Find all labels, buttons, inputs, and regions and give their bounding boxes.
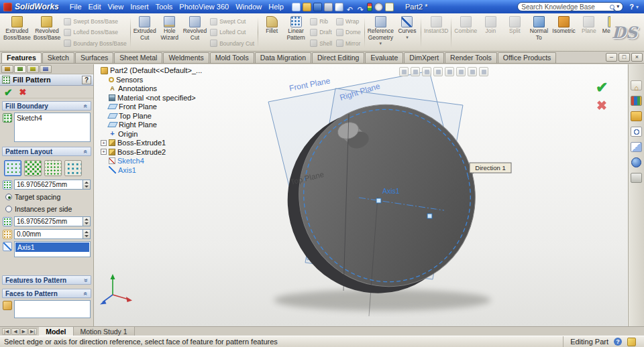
faces-to-pattern-listbox[interactable]	[14, 300, 91, 318]
tree-item-origin[interactable]: Origin	[101, 129, 202, 139]
nav-prev-button[interactable]: ◀	[11, 328, 19, 335]
tree-item-sensors[interactable]: Sensors	[101, 75, 202, 84]
view-palette-icon[interactable]	[631, 142, 642, 152]
menu-help[interactable]: Help	[265, 1, 287, 12]
property-manager-tab[interactable]	[14, 65, 26, 73]
margin-input[interactable]: 0.00mm	[14, 229, 91, 239]
new-document-icon[interactable]	[292, 3, 301, 11]
tab-office-products[interactable]: Office Products	[498, 52, 557, 63]
swept-cut-button[interactable]: Swept Cut	[210, 17, 254, 27]
collapse-chevron-icon[interactable]: «	[83, 104, 90, 108]
custom-properties-icon[interactable]	[631, 173, 642, 183]
menu-file[interactable]: File	[66, 1, 85, 12]
edit-appearance-icon[interactable]	[479, 67, 488, 76]
draft-button[interactable]: Draft	[310, 27, 332, 38]
menu-tools[interactable]: Tools	[152, 1, 176, 12]
redo-icon[interactable]	[356, 3, 365, 11]
tab-dimxpert[interactable]: DimXpert	[404, 52, 444, 63]
pattern-layout-header[interactable]: Pattern Layout «	[2, 147, 91, 156]
reference-geometry-button[interactable]: ReferenceGeometry▾	[366, 15, 395, 50]
selection-handle[interactable]	[376, 198, 381, 203]
boundary-cut-button[interactable]: Boundary Cut	[210, 38, 254, 48]
combine-button[interactable]: Combine	[453, 15, 478, 50]
display-style-icon[interactable]	[456, 67, 466, 76]
hole-wizard-button[interactable]: HoleWizard	[158, 15, 182, 50]
radio-icon[interactable]	[5, 206, 12, 212]
search-box[interactable]: Search Knowledge Base ▾	[517, 2, 623, 11]
faces-to-pattern-header[interactable]: Faces to Pattern «	[2, 289, 91, 298]
tab-weldments[interactable]: Weldments	[163, 52, 209, 63]
tab-sketch[interactable]: Sketch	[42, 52, 74, 63]
spinner[interactable]	[83, 230, 90, 238]
boundary-boss-base-button[interactable]: Boundary Boss/Base	[64, 38, 126, 48]
collapse-chevron-icon[interactable]: «	[83, 291, 90, 295]
quick-tips-icon[interactable]: ?	[614, 338, 622, 346]
spinner[interactable]	[83, 217, 90, 226]
tab-features[interactable]: Features	[1, 52, 42, 63]
square-pattern-button[interactable]	[44, 160, 62, 176]
search-dropdown-icon[interactable]: ▾	[616, 4, 619, 9]
shell-button[interactable]: Shell	[310, 38, 332, 48]
revolved-cut-button[interactable]: RevolvedCut	[182, 15, 208, 50]
minimize-button[interactable]: –	[606, 53, 617, 62]
tree-item-axis1[interactable]: Axis1	[101, 165, 202, 175]
help-icon[interactable]: ?	[629, 3, 634, 11]
tab-render-tools[interactable]: Render Tools	[445, 52, 497, 63]
measure-button[interactable]: Measure	[601, 15, 610, 50]
split-button[interactable]: Split	[502, 15, 527, 50]
target-spacing-radio[interactable]: Target spacing	[5, 193, 88, 201]
pattern-direction-listbox[interactable]: Axis1	[14, 241, 91, 257]
search-icon[interactable]	[610, 5, 614, 9]
previous-view-icon[interactable]	[422, 67, 431, 76]
section-view-icon[interactable]	[433, 67, 443, 76]
nav-first-button[interactable]: |◀	[2, 328, 11, 335]
isometric-button[interactable]: Isometric	[551, 15, 576, 50]
tree-item-annotations[interactable]: Annotations	[101, 84, 202, 94]
feature-manager-tab[interactable]	[1, 65, 13, 73]
revolved-boss-base-button[interactable]: RevolvedBoss/Base	[32, 15, 62, 50]
curves-button[interactable]: Curves▾	[395, 15, 419, 50]
extruded-cut-button[interactable]: ExtrudedCut	[132, 15, 158, 50]
tab-data-migration[interactable]: Data Migration	[255, 52, 311, 63]
nav-last-button[interactable]: ▶|	[28, 328, 37, 335]
tree-item-part2[interactable]: Part2 (Default<<Default>_...	[101, 66, 202, 75]
tree-item-sketch4[interactable]: Sketch4	[101, 157, 202, 166]
model-tab[interactable]: Model	[39, 327, 73, 336]
ok-button[interactable]: ✔	[4, 87, 13, 97]
configuration-manager-tab[interactable]	[27, 65, 39, 73]
tree-item-boss-extrude2[interactable]: +Boss-Extrude2	[101, 147, 202, 157]
mirror-button[interactable]: Mirror	[336, 38, 361, 48]
print-icon[interactable]	[324, 3, 333, 11]
perforation-pattern-button[interactable]	[4, 160, 21, 176]
expand-chevron-icon[interactable]: «	[83, 278, 90, 282]
target-spacing-input[interactable]: 16.97056275mm	[14, 180, 91, 190]
fill-boundary-header[interactable]: Fill Boundary «	[2, 101, 91, 111]
extruded-boss-base-button[interactable]: ExtrudedBoss/Base	[2, 15, 32, 50]
appearances-icon[interactable]	[631, 157, 641, 167]
instances-per-side-radio[interactable]: Instances per side	[5, 205, 88, 213]
tree-item-top-plane[interactable]: Top Plane	[101, 111, 202, 121]
cancel-button[interactable]: ✖	[19, 88, 27, 96]
swept-boss-base-button[interactable]: Swept Boss/Base	[64, 17, 126, 27]
design-library-icon[interactable]	[631, 96, 642, 106]
help-topics-icon[interactable]	[385, 3, 394, 11]
rebuild-icon[interactable]	[367, 3, 372, 11]
open-icon[interactable]	[303, 3, 311, 11]
options-icon[interactable]	[374, 3, 383, 11]
panel-help-button[interactable]: ?	[82, 76, 91, 84]
features-to-pattern-header[interactable]: Features to Pattern «	[2, 275, 91, 285]
menu-view[interactable]: View	[105, 1, 127, 12]
save-icon[interactable]	[313, 3, 322, 11]
close-button[interactable]: ×	[631, 53, 643, 62]
search-icon[interactable]	[631, 127, 642, 137]
join-button[interactable]: Join	[478, 15, 502, 50]
wrap-button[interactable]: Wrap	[336, 17, 361, 27]
circular-pattern-button[interactable]	[24, 160, 42, 176]
tab-direct-editing[interactable]: Direct Editing	[312, 52, 364, 63]
expand-icon[interactable]: +	[101, 140, 107, 146]
menu-photoview-360[interactable]: PhotoView 360	[176, 1, 232, 12]
graphics-area[interactable]: Direction 1 Front Plane Right Plane Top …	[94, 64, 644, 326]
solidworks-resources-icon[interactable]	[631, 80, 642, 90]
polygon-pattern-button[interactable]	[64, 160, 82, 176]
undo-icon[interactable]	[345, 3, 354, 11]
